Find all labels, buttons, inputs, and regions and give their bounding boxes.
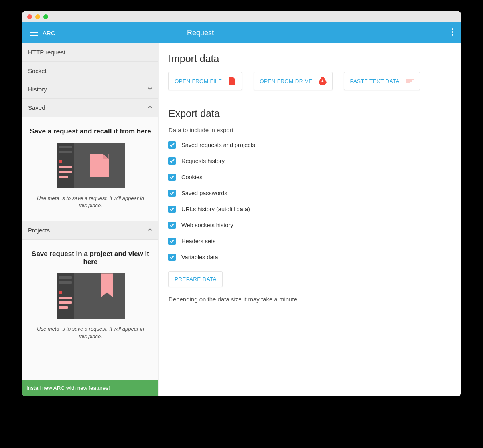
sidebar-item-socket[interactable]: Socket [22, 62, 158, 80]
checkbox-icon [168, 174, 176, 181]
saved-illustration [57, 143, 125, 188]
button-label: OPEN FROM FILE [175, 78, 222, 84]
checkbox-icon [168, 222, 176, 229]
saved-panel-heading: Save a request and recall it from here [27, 127, 154, 135]
sidebar-item-history[interactable]: History [22, 80, 158, 99]
checkbox-icon [168, 141, 176, 149]
chevron-up-icon [147, 104, 153, 111]
more-vert-icon[interactable] [452, 28, 453, 37]
window-minimize-button[interactable] [35, 14, 40, 19]
open-from-file-button[interactable]: OPEN FROM FILE [168, 72, 242, 90]
sidebar-item-saved[interactable]: Saved [22, 99, 158, 117]
open-from-drive-button[interactable]: OPEN FROM DRIVE [254, 72, 333, 90]
sidebar-item-http-request[interactable]: HTTP request [22, 43, 158, 62]
menu-icon[interactable] [30, 30, 38, 36]
checkbox-icon [168, 206, 176, 213]
sidebar-item-projects[interactable]: Projects [22, 221, 158, 240]
export-heading: Export data [168, 108, 451, 119]
export-checklist: Saved requests and projects Requests his… [168, 141, 451, 261]
projects-panel-note: Use meta+s to save a request. It will ap… [27, 325, 154, 340]
update-banner[interactable]: Install new ARC with new features! [22, 380, 158, 396]
projects-illustration [57, 273, 125, 319]
projects-empty-panel: Save request in a project and view it he… [22, 240, 158, 352]
svg-point-2 [452, 34, 453, 36]
sidebar-item-label: HTTP request [28, 49, 65, 56]
sidebar-item-label: Projects [28, 227, 50, 234]
check-web-sockets-history[interactable]: Web sockets history [168, 222, 451, 229]
sidebar: HTTP request Socket History Saved Save a… [22, 43, 159, 396]
check-urls-history[interactable]: URLs history (autofill data) [168, 206, 451, 213]
file-icon [90, 154, 109, 177]
bookmark-icon [101, 273, 113, 297]
checkbox-icon [168, 254, 176, 261]
check-label: Variables data [181, 254, 218, 260]
prepare-data-button[interactable]: PREPARE DATA [168, 271, 223, 287]
button-label: OPEN FROM DRIVE [260, 78, 312, 84]
import-buttons-row: OPEN FROM FILE OPEN FROM DRIVE PASTE TEX… [168, 72, 451, 90]
projects-panel-heading: Save request in a project and view it he… [27, 250, 154, 266]
window-maximize-button[interactable] [43, 14, 48, 19]
export-footnote: Depending on the data size it may take a… [168, 296, 451, 303]
notes-icon [406, 77, 414, 85]
button-label: PASTE TEXT DATA [350, 78, 399, 84]
chevron-down-icon [147, 86, 153, 93]
sidebar-item-label: History [28, 86, 47, 93]
check-label: Saved passwords [181, 190, 227, 196]
check-label: URLs history (autofill data) [181, 206, 250, 212]
top-app-bar: ARC Request [22, 22, 461, 43]
main-content: Import data OPEN FROM FILE OPEN FROM DRI… [159, 43, 461, 396]
check-label: Requests history [181, 158, 225, 164]
saved-empty-panel: Save a request and recall it from here U… [22, 117, 158, 221]
check-label: Saved requests and projects [181, 142, 255, 148]
drive-icon [319, 77, 327, 85]
check-saved-requests[interactable]: Saved requests and projects [168, 141, 451, 149]
check-cookies[interactable]: Cookies [168, 174, 451, 181]
checkbox-icon [168, 157, 176, 165]
checkbox-icon [168, 190, 176, 197]
banner-text: Install new ARC with new features! [26, 385, 110, 391]
import-heading: Import data [168, 53, 451, 65]
app-name: ARC [43, 30, 55, 36]
sidebar-item-label: Socket [28, 67, 47, 74]
checkbox-icon [168, 238, 176, 245]
saved-panel-note: Use meta+s to save a request. It will ap… [27, 195, 154, 209]
export-subtitle: Data to include in export [168, 127, 451, 133]
check-headers-sets[interactable]: Headers sets [168, 238, 451, 245]
window-titlebar [22, 11, 461, 22]
check-saved-passwords[interactable]: Saved passwords [168, 190, 451, 197]
check-variables-data[interactable]: Variables data [168, 254, 451, 261]
app-window: ARC Request HTTP request Socket History … [22, 11, 461, 396]
sidebar-item-label: Saved [28, 104, 45, 111]
check-label: Cookies [181, 174, 202, 180]
svg-point-1 [452, 31, 453, 33]
check-label: Headers sets [181, 238, 215, 244]
chevron-up-icon [147, 227, 153, 234]
page-title: Request [187, 29, 214, 37]
file-icon [228, 77, 236, 85]
check-requests-history[interactable]: Requests history [168, 157, 451, 165]
svg-point-0 [452, 28, 453, 30]
paste-text-data-button[interactable]: PASTE TEXT DATA [344, 72, 420, 90]
check-label: Web sockets history [181, 222, 233, 228]
window-close-button[interactable] [27, 14, 32, 19]
